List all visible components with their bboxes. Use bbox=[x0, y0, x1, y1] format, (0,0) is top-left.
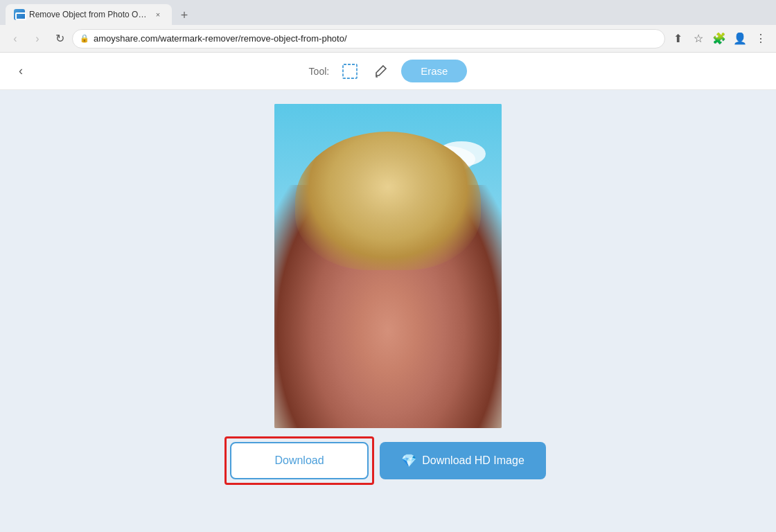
svg-point-35 bbox=[349, 296, 373, 313]
svg-point-37 bbox=[369, 267, 374, 273]
profile-button[interactable]: 👤 bbox=[730, 29, 750, 48]
svg-point-17 bbox=[341, 159, 435, 229]
bottom-actions: Download 💎 Download HD Image bbox=[230, 442, 546, 479]
svg-point-25 bbox=[363, 288, 380, 301]
lock-icon: 🔒 bbox=[80, 34, 89, 43]
svg-point-30 bbox=[399, 290, 410, 299]
download-button[interactable]: Download bbox=[230, 442, 369, 479]
svg-point-42 bbox=[362, 275, 367, 279]
svg-rect-9 bbox=[380, 395, 396, 428]
download-hd-label: Download HD Image bbox=[422, 454, 524, 467]
diamond-icon: 💎 bbox=[401, 453, 416, 468]
tab-title: Remove Object from Photo Onli... bbox=[29, 10, 148, 19]
brush-tool-button[interactable] bbox=[371, 62, 390, 81]
svg-point-28 bbox=[368, 291, 371, 294]
svg-point-31 bbox=[401, 291, 408, 298]
svg-point-38 bbox=[385, 265, 389, 269]
svg-point-13 bbox=[323, 263, 364, 346]
selection-tool-button[interactable] bbox=[340, 62, 360, 81]
image-canvas[interactable] bbox=[274, 104, 502, 428]
svg-point-22 bbox=[397, 214, 401, 218]
svg-point-34 bbox=[393, 314, 400, 320]
svg-point-21 bbox=[408, 205, 412, 209]
forward-button[interactable]: › bbox=[28, 29, 47, 48]
bookmark-button[interactable]: ☆ bbox=[689, 29, 708, 48]
svg-point-40 bbox=[378, 278, 382, 283]
svg-point-8 bbox=[305, 409, 471, 428]
svg-point-20 bbox=[390, 197, 394, 202]
svg-point-24 bbox=[384, 224, 387, 227]
main-content: Download 💎 Download HD Image bbox=[0, 90, 776, 532]
svg-point-23 bbox=[373, 219, 376, 222]
svg-point-27 bbox=[368, 291, 375, 298]
address-bar[interactable]: 🔒 amoyshare.com/watermark-remover/remove… bbox=[72, 29, 665, 48]
svg-point-16 bbox=[336, 177, 440, 253]
svg-point-26 bbox=[366, 290, 377, 299]
svg-point-41 bbox=[394, 281, 398, 285]
svg-point-29 bbox=[396, 288, 413, 301]
svg-point-18 bbox=[362, 209, 367, 213]
tool-label: Tool: bbox=[309, 66, 330, 77]
svg-point-6 bbox=[392, 152, 448, 173]
photo-display bbox=[274, 104, 502, 428]
svg-point-19 bbox=[377, 203, 380, 206]
tab-close-button[interactable]: × bbox=[152, 9, 164, 20]
svg-point-15 bbox=[298, 220, 478, 258]
svg-point-11 bbox=[336, 236, 440, 360]
extensions-button[interactable]: 🧩 bbox=[709, 29, 729, 48]
new-tab-button[interactable]: + bbox=[175, 6, 194, 25]
svg-point-5 bbox=[437, 141, 486, 166]
refresh-button[interactable]: ↻ bbox=[50, 29, 69, 48]
share-button[interactable]: ⬆ bbox=[668, 29, 687, 48]
url-text: amoyshare.com/watermark-remover/remove-o… bbox=[94, 33, 658, 44]
erase-button[interactable]: Erase bbox=[401, 60, 467, 82]
svg-rect-7 bbox=[274, 367, 502, 428]
nav-actions: ⬆ ☆ 🧩 👤 ⋮ bbox=[668, 29, 770, 48]
app-back-button[interactable]: ‹ bbox=[11, 62, 30, 81]
tab-favicon bbox=[14, 9, 25, 20]
svg-rect-0 bbox=[343, 64, 357, 78]
svg-point-14 bbox=[412, 263, 453, 346]
svg-point-12 bbox=[329, 229, 447, 312]
active-tab[interactable]: Remove Object from Photo Onli... × bbox=[6, 4, 172, 25]
back-button[interactable]: ‹ bbox=[6, 29, 25, 48]
svg-point-39 bbox=[400, 269, 405, 274]
app-toolbar: ‹ Tool: Erase bbox=[0, 53, 776, 90]
svg-point-43 bbox=[409, 278, 414, 283]
svg-rect-10 bbox=[377, 326, 399, 367]
svg-point-36 bbox=[403, 296, 427, 313]
download-button-wrapper: Download bbox=[230, 442, 369, 479]
svg-point-33 bbox=[376, 314, 383, 320]
download-hd-button[interactable]: 💎 Download HD Image bbox=[380, 442, 546, 479]
navigation-bar: ‹ › ↻ 🔒 amoyshare.com/watermark-remover/… bbox=[0, 25, 776, 53]
svg-point-32 bbox=[401, 291, 404, 294]
menu-button[interactable]: ⋮ bbox=[751, 29, 770, 48]
